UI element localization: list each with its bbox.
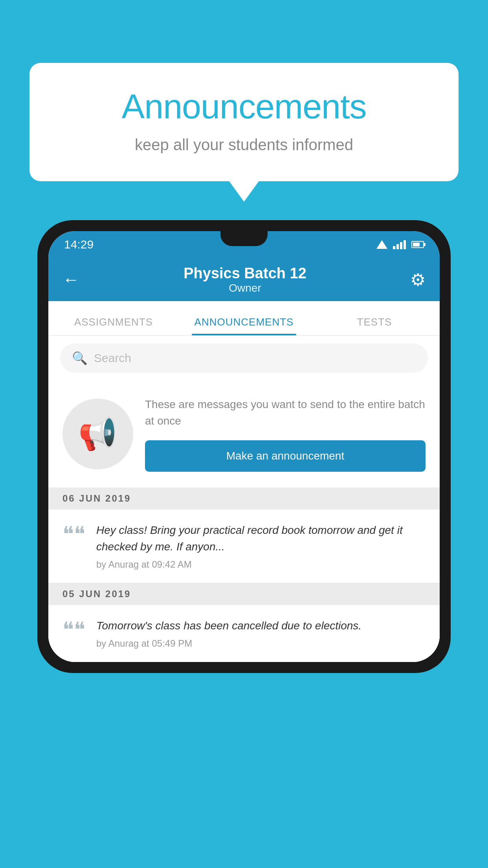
announcement-item-2[interactable]: ❝❝ Tomorrow's class has been cancelled d… [48,605,440,662]
promo-icon-circle: 📢 [62,399,133,469]
app-bar-subtitle: Owner [80,282,410,294]
announcement-meta-2: by Anurag at 05:49 PM [96,638,426,649]
status-icons [376,240,424,249]
app-bar-center: Physics Batch 12 Owner [80,265,410,294]
search-icon: 🔍 [72,351,88,366]
make-announcement-button[interactable]: Make an announcement [145,440,426,472]
phone-inner: 14:29 ← Physi [48,231,440,662]
status-bar: 14:29 [48,231,440,258]
announcement-content-1: Hey class! Bring your practical record b… [96,522,426,570]
tab-tests[interactable]: TESTS [309,316,440,335]
status-time: 14:29 [64,238,94,251]
settings-icon[interactable]: ⚙ [410,270,426,290]
tabs-bar: ASSIGNMENTS ANNOUNCEMENTS TESTS [48,301,440,336]
app-bar: ← Physics Batch 12 Owner ⚙ [48,258,440,301]
promo-right: These are messages you want to send to t… [145,396,426,472]
search-placeholder: Search [94,351,131,365]
app-bar-title: Physics Batch 12 [80,265,410,282]
tab-assignments[interactable]: ASSIGNMENTS [48,316,179,335]
announcement-text-2: Tomorrow's class has been cancelled due … [96,618,426,634]
speech-bubble-container: Announcements keep all your students inf… [29,63,459,181]
back-button[interactable]: ← [62,270,80,289]
signal-icon [393,240,406,249]
wifi-icon [376,240,387,249]
announcement-text-1: Hey class! Bring your practical record b… [96,522,426,555]
notch [220,231,268,246]
quote-icon-2: ❝❝ [62,619,85,640]
search-container: 🔍 Search [48,336,440,381]
quote-icon-1: ❝❝ [62,524,85,545]
content-area: 🔍 Search 📢 These are messages you want t… [48,336,440,662]
phone-outer: 14:29 ← Physi [37,220,451,673]
tab-announcements[interactable]: ANNOUNCEMENTS [179,316,309,335]
announcement-content-2: Tomorrow's class has been cancelled due … [96,618,426,649]
bubble-subtitle: keep all your students informed [61,136,427,154]
promo-description: These are messages you want to send to t… [145,396,426,429]
phone-mockup: 14:29 ← Physi [37,220,451,868]
search-box[interactable]: 🔍 Search [60,344,428,373]
date-divider-1: 06 JUN 2019 [48,487,440,509]
date-divider-2: 05 JUN 2019 [48,583,440,605]
announcement-meta-1: by Anurag at 09:42 AM [96,559,426,570]
battery-icon [411,241,424,248]
announcement-promo: 📢 These are messages you want to send to… [48,381,440,487]
bubble-title: Announcements [61,86,427,127]
announcement-item-1[interactable]: ❝❝ Hey class! Bring your practical recor… [48,509,440,583]
speech-bubble: Announcements keep all your students inf… [29,63,459,181]
megaphone-icon: 📢 [78,416,117,452]
